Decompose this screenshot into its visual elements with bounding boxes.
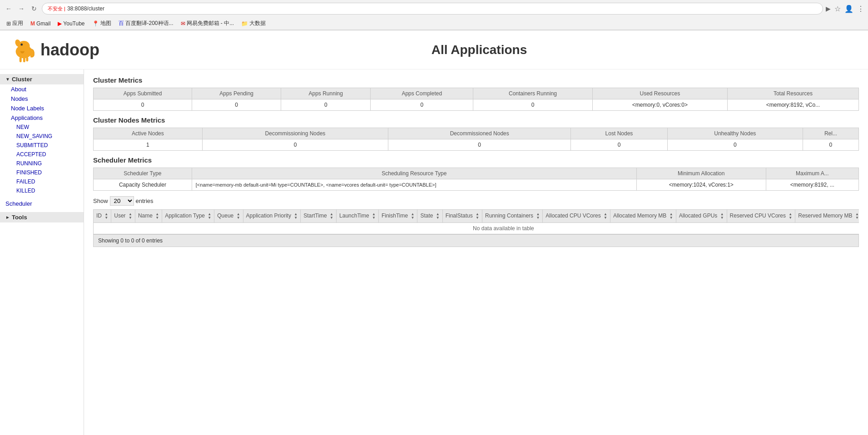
col-decommissioning-nodes: Decommissioning Nodes bbox=[202, 128, 388, 139]
bookmark-gmail-label: Gmail bbox=[36, 20, 50, 27]
menu-icon[interactable]: ⋮ bbox=[857, 5, 864, 13]
bookmark-icon[interactable]: ☆ bbox=[834, 5, 841, 13]
col-total-resources: Total Resources bbox=[727, 88, 858, 99]
bookmark-apps[interactable]: ⊞ 应用 bbox=[4, 19, 26, 28]
sort-queue-icon[interactable]: ▲▼ bbox=[237, 213, 240, 220]
sort-allocated-cpu-icon[interactable]: ▲▼ bbox=[604, 213, 607, 220]
show-label: Show bbox=[93, 198, 108, 204]
sort-reserved-memory-icon[interactable]: ▲▼ bbox=[855, 213, 859, 220]
browser-right-icons: ▶ ☆ 👤 ⋮ bbox=[826, 5, 864, 13]
sidebar-item-scheduler[interactable]: Scheduler bbox=[0, 199, 84, 208]
sidebar-cluster-label: Cluster bbox=[12, 76, 32, 83]
col-final-status[interactable]: FinalStatus ▲▼ bbox=[442, 210, 482, 223]
col-allocated-gpus-label: Allocated GPUs bbox=[679, 213, 718, 219]
sidebar-item-applications[interactable]: Applications bbox=[0, 113, 84, 123]
sort-start-time-icon[interactable]: ▲▼ bbox=[330, 213, 333, 220]
col-state[interactable]: State ▲▼ bbox=[417, 210, 442, 223]
reload-button[interactable]: ↻ bbox=[29, 4, 39, 14]
sidebar-item-killed[interactable]: KILLED bbox=[0, 186, 84, 195]
val-containers-running: 0 bbox=[473, 99, 593, 111]
sidebar-item-about[interactable]: About bbox=[0, 84, 84, 94]
sidebar-item-new[interactable]: NEW bbox=[0, 123, 84, 132]
sort-name-icon[interactable]: ▲▼ bbox=[155, 213, 159, 220]
sort-app-type-icon[interactable]: ▲▼ bbox=[208, 213, 211, 220]
sort-state-icon[interactable]: ▲▼ bbox=[436, 213, 440, 220]
col-reserved-memory[interactable]: Reserved Memory MB ▲▼ bbox=[795, 210, 859, 223]
sidebar-item-finished[interactable]: FINISHED bbox=[0, 168, 84, 177]
col-id[interactable]: ID ▲▼ bbox=[94, 210, 111, 223]
col-scheduler-type: Scheduler Type bbox=[94, 168, 192, 179]
col-queue[interactable]: Queue ▲▼ bbox=[214, 210, 243, 223]
address-bar[interactable]: 不安全 | 38:8088/cluster bbox=[42, 3, 823, 15]
col-running-containers[interactable]: Running Containers ▲▼ bbox=[482, 210, 542, 223]
col-containers-running: Containers Running bbox=[473, 88, 593, 99]
sort-allocated-gpus-icon[interactable]: ▲▼ bbox=[720, 213, 724, 220]
sidebar-tools-section: ► Tools bbox=[0, 212, 84, 222]
forward-button[interactable]: → bbox=[16, 4, 26, 14]
sort-launch-time-icon[interactable]: ▲▼ bbox=[372, 213, 376, 220]
col-finish-time[interactable]: FinishTime ▲▼ bbox=[378, 210, 417, 223]
col-allocated-cpu[interactable]: Allocated CPU VCores ▲▼ bbox=[543, 210, 610, 223]
col-reserved-cpu[interactable]: Reserved CPU VCores ▲▼ bbox=[727, 210, 795, 223]
profile-icon[interactable]: 👤 bbox=[844, 5, 853, 13]
col-minimum-allocation: Minimum Allocation bbox=[636, 168, 766, 179]
col-allocated-cpu-label: Allocated CPU VCores bbox=[546, 213, 600, 219]
col-app-type-label: Application Type bbox=[165, 213, 205, 219]
col-final-status-label: FinalStatus bbox=[446, 213, 473, 219]
sidebar-tools-header[interactable]: ► Tools bbox=[0, 212, 84, 222]
col-allocated-gpus[interactable]: Allocated GPUs ▲▼ bbox=[676, 210, 727, 223]
sidebar-item-nodes[interactable]: Nodes bbox=[0, 94, 84, 104]
col-allocated-memory[interactable]: Allocated Memory MB ▲▼ bbox=[610, 210, 676, 223]
bookmark-gmail[interactable]: M Gmail bbox=[28, 20, 53, 28]
col-application-type[interactable]: Application Type ▲▼ bbox=[162, 210, 214, 223]
col-id-label: ID bbox=[96, 213, 102, 219]
svg-point-2 bbox=[20, 44, 23, 46]
sort-running-containers-icon[interactable]: ▲▼ bbox=[536, 213, 540, 220]
col-start-time[interactable]: StartTime ▲▼ bbox=[301, 210, 337, 223]
sidebar-item-running[interactable]: RUNNING bbox=[0, 159, 84, 168]
col-user[interactable]: User ▲▼ bbox=[111, 210, 135, 223]
showing-entries-text: Showing 0 to 0 of 0 entries bbox=[93, 234, 859, 247]
val-decommissioning-nodes: 0 bbox=[202, 139, 388, 151]
cast-icon[interactable]: ▶ bbox=[826, 5, 831, 12]
back-button[interactable]: ← bbox=[4, 4, 14, 14]
bookmark-baidu[interactable]: 百 百度翻译-200种语... bbox=[116, 19, 176, 28]
col-name[interactable]: Name ▲▼ bbox=[135, 210, 162, 223]
col-lost-nodes: Lost Nodes bbox=[571, 128, 667, 139]
col-application-priority[interactable]: Application Priority ▲▼ bbox=[243, 210, 301, 223]
cluster-metrics-table: Apps Submitted Apps Pending Apps Running… bbox=[93, 88, 859, 111]
cluster-nodes-table: Active Nodes Decommissioning Nodes Decom… bbox=[93, 128, 859, 151]
sidebar-item-node-labels[interactable]: Node Labels bbox=[0, 104, 84, 113]
bookmark-bigdata[interactable]: 📁 大数据 bbox=[238, 19, 268, 28]
entries-select[interactable]: 10 20 50 100 bbox=[110, 196, 134, 206]
sort-id-icon[interactable]: ▲▼ bbox=[104, 213, 108, 220]
svg-rect-5 bbox=[23, 57, 25, 62]
hadoop-logo[interactable]: hadoop bbox=[9, 35, 99, 64]
bookmark-netease[interactable]: ✉ 网易免费邮箱 - 中... bbox=[178, 19, 237, 28]
col-start-time-label: StartTime bbox=[303, 213, 327, 219]
col-launch-time[interactable]: LaunchTime ▲▼ bbox=[337, 210, 379, 223]
sidebar-item-new-saving[interactable]: NEW_SAVING bbox=[0, 132, 84, 141]
bookmark-maps[interactable]: 📍 地图 bbox=[89, 19, 114, 28]
val-unhealthy-nodes: 0 bbox=[667, 139, 803, 151]
bookmark-maps-label: 地图 bbox=[100, 20, 111, 27]
sidebar-item-accepted[interactable]: ACCEPTED bbox=[0, 150, 84, 159]
logo-text: hadoop bbox=[40, 40, 99, 59]
bookmarks-bar: ⊞ 应用 M Gmail ▶ YouTube 📍 地图 百 百度翻译-200种语… bbox=[0, 17, 868, 30]
sidebar-item-failed[interactable]: FAILED bbox=[0, 177, 84, 186]
sort-app-priority-icon[interactable]: ▲▼ bbox=[294, 213, 298, 220]
sort-allocated-memory-icon[interactable]: ▲▼ bbox=[670, 213, 673, 220]
hadoop-elephant-icon bbox=[9, 35, 39, 64]
sort-reserved-cpu-icon[interactable]: ▲▼ bbox=[789, 213, 792, 220]
svg-rect-4 bbox=[20, 57, 22, 62]
bookmark-youtube[interactable]: ▶ YouTube bbox=[55, 20, 87, 28]
sort-final-status-icon[interactable]: ▲▼ bbox=[476, 213, 479, 220]
url-text: 38:8088/cluster bbox=[67, 5, 104, 12]
apps-grid-icon: ⊞ bbox=[6, 20, 11, 27]
col-rebooted-nodes: Rel... bbox=[803, 128, 858, 139]
sort-user-icon[interactable]: ▲▼ bbox=[129, 213, 132, 220]
sort-finish-time-icon[interactable]: ▲▼ bbox=[411, 213, 414, 220]
sidebar-item-submitted[interactable]: SUBMITTED bbox=[0, 141, 84, 150]
sidebar-cluster-header[interactable]: ▼ Cluster bbox=[0, 74, 84, 84]
applications-table: ID ▲▼ User ▲▼ Name ▲▼ bbox=[93, 209, 859, 234]
